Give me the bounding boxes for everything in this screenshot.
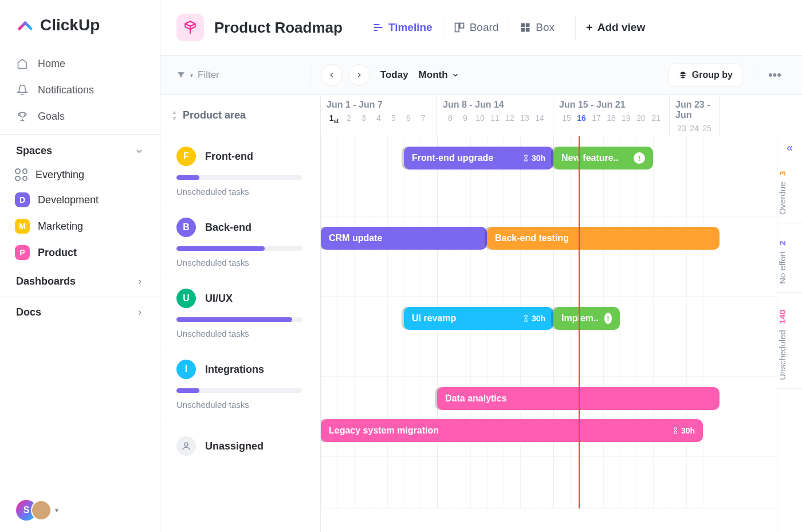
- rail-unscheduled[interactable]: Unscheduled 140: [777, 302, 802, 389]
- trophy-icon: [16, 110, 29, 123]
- week-label: Jun 1 - Jun 7: [327, 100, 431, 110]
- chart-row: Data analyticsLegacy system migration30h: [321, 377, 802, 457]
- range-selector[interactable]: Month: [419, 69, 459, 81]
- user-menu[interactable]: S ▾: [0, 488, 160, 532]
- clickup-logo-icon: [16, 16, 34, 34]
- unscheduled-link[interactable]: Unscheduled tasks: [176, 400, 304, 409]
- page-icon: [176, 14, 204, 41]
- view-tab-board[interactable]: Board: [443, 17, 509, 38]
- sidebar-space-development[interactable]: DDevelopment: [0, 187, 160, 213]
- day-cell: 19: [619, 113, 634, 123]
- group-row-uiux[interactable]: UUI/UXUnscheduled tasks: [160, 278, 320, 349]
- topbar: Product Roadmap TimelineBoardBox + Add v…: [160, 0, 802, 56]
- rail-overdue-count: 3: [777, 171, 787, 176]
- nav-notifications-label: Notifications: [38, 84, 94, 96]
- task-bar[interactable]: Legacy system migration30h: [321, 419, 703, 442]
- add-view-label: Add view: [597, 21, 645, 34]
- nav-home-label: Home: [38, 58, 65, 70]
- spaces-header[interactable]: Spaces: [0, 134, 160, 163]
- group-column-header[interactable]: ▲▼ Product area: [160, 95, 320, 136]
- gantt-chart[interactable]: Jun 1 - Jun 71st234567Jun 8 - Jun 148910…: [321, 95, 802, 532]
- group-row-backend[interactable]: BBack-endUnscheduled tasks: [160, 207, 320, 278]
- app-name: ClickUp: [40, 16, 100, 34]
- task-label: Legacy system migration: [329, 425, 439, 436]
- collapse-rail-button[interactable]: «: [787, 141, 793, 154]
- group-name: UI/UX: [205, 293, 233, 305]
- day-cell: 18: [604, 113, 619, 123]
- task-bar[interactable]: Back-end testing: [487, 227, 720, 250]
- timeline: ▲▼ Product area FFront-endUnscheduled ta…: [160, 95, 802, 532]
- right-rail: « Overdue 3 No effort 2 Unscheduled 140: [777, 136, 802, 532]
- rail-noeffort[interactable]: No effort 2: [777, 232, 802, 293]
- task-bar[interactable]: UI revamp30h: [404, 307, 553, 330]
- week-label: Jun 8 - Jun 14: [443, 100, 547, 110]
- space-badge-icon: P: [15, 245, 30, 260]
- caret-down-icon: ▾: [190, 72, 193, 78]
- week-header: Jun 23 - Jun232425: [670, 95, 720, 136]
- filter-label: Filter: [198, 69, 219, 81]
- space-everything[interactable]: Everything: [0, 163, 160, 187]
- unscheduled-link[interactable]: Unscheduled tasks: [176, 187, 304, 196]
- box-icon: [520, 22, 531, 33]
- nav-dashboards[interactable]: Dashboards: [0, 266, 160, 297]
- task-label: Back-end testing: [495, 233, 569, 243]
- nav-goals[interactable]: Goals: [8, 103, 152, 129]
- group-row-integrations[interactable]: IIntegrationsUnscheduled tasks: [160, 349, 320, 420]
- rail-overdue[interactable]: Overdue 3: [777, 163, 802, 223]
- nav-notifications[interactable]: Notifications: [8, 77, 152, 103]
- chart-row: Front-end upgrade30hNew feature..!: [321, 136, 802, 216]
- app-logo[interactable]: ClickUp: [0, 0, 160, 46]
- group-column-label: Product area: [183, 109, 246, 121]
- person-icon: [176, 436, 196, 456]
- task-label: CRM update: [329, 233, 382, 243]
- sidebar-space-marketing[interactable]: MMarketing: [0, 213, 160, 239]
- sidebar: ClickUp Home Notifications Goals Spaces …: [0, 0, 160, 532]
- view-tab-label: Box: [536, 21, 555, 34]
- unscheduled-link[interactable]: Unscheduled tasks: [176, 329, 304, 338]
- group-progress: [176, 388, 302, 393]
- day-cell: 21: [648, 113, 663, 123]
- sidebar-space-product[interactable]: PProduct: [0, 239, 160, 266]
- day-cell: 20: [634, 113, 648, 123]
- unscheduled-link[interactable]: Unscheduled tasks: [176, 258, 304, 267]
- day-cell: 9: [458, 113, 473, 123]
- view-tab-box[interactable]: Box: [509, 17, 565, 38]
- group-name: Back-end: [205, 222, 251, 234]
- group-badge-icon: B: [176, 218, 196, 237]
- day-cell: 11: [488, 113, 502, 123]
- task-label: New feature..: [561, 153, 619, 163]
- layers-icon: [678, 70, 687, 80]
- day-cell: 3: [356, 113, 371, 124]
- toolbar: ▾ Filter Today Month Group by •••: [160, 56, 802, 95]
- day-cell: 12: [502, 113, 517, 123]
- task-bar[interactable]: Implem..!: [553, 307, 620, 330]
- alert-icon: !: [604, 313, 612, 324]
- day-cell: 23: [675, 124, 688, 133]
- task-bar[interactable]: New feature..!: [553, 147, 653, 170]
- week-label: Jun 15 - Jun 21: [559, 100, 663, 110]
- next-button[interactable]: [348, 64, 370, 86]
- task-bar[interactable]: CRM update: [321, 227, 487, 250]
- day-cell: 14: [532, 113, 547, 123]
- today-button[interactable]: Today: [380, 69, 408, 81]
- home-icon: [16, 57, 29, 70]
- group-by-button[interactable]: Group by: [669, 64, 742, 86]
- task-label: Implem..: [561, 313, 599, 324]
- day-cell: 16: [574, 113, 589, 123]
- group-badge-icon: I: [176, 360, 196, 379]
- group-row-frontend[interactable]: FFront-endUnscheduled tasks: [160, 136, 320, 207]
- day-cell: 8: [443, 113, 458, 123]
- svg-rect-5: [526, 28, 530, 32]
- filter-button[interactable]: ▾ Filter: [176, 69, 219, 81]
- task-bar[interactable]: Front-end upgrade30h: [404, 147, 553, 170]
- group-progress: [176, 317, 302, 322]
- nav-home[interactable]: Home: [8, 50, 152, 77]
- svg-rect-4: [521, 28, 525, 32]
- more-button[interactable]: •••: [764, 68, 786, 82]
- view-tab-timeline[interactable]: Timeline: [362, 17, 443, 38]
- task-hours-badge: 30h: [672, 426, 695, 435]
- prev-button[interactable]: [321, 64, 343, 86]
- nav-docs[interactable]: Docs: [0, 297, 160, 328]
- add-view-button[interactable]: + Add view: [575, 17, 655, 39]
- unassigned-group[interactable]: Unassigned: [160, 420, 320, 472]
